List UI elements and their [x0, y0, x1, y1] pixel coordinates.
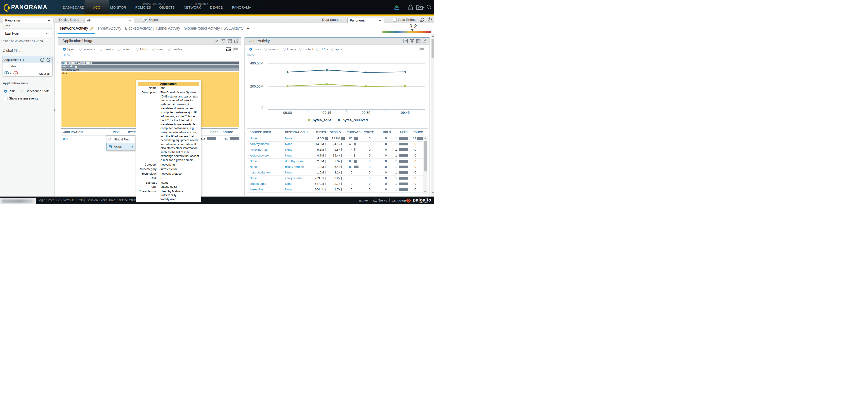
svg-text:09:00: 09:00 — [283, 111, 292, 114]
svg-text:200.00M: 200.00M — [250, 84, 264, 88]
svg-text:bytes_sent: bytes_sent — [313, 118, 331, 122]
svg-text:09:15: 09:15 — [322, 111, 331, 114]
svg-text:09:30: 09:30 — [362, 111, 370, 114]
svg-text:09:45: 09:45 — [401, 111, 410, 114]
svg-text:bytes_received: bytes_received — [342, 118, 368, 122]
svg-text:0: 0 — [261, 106, 264, 110]
svg-text:400.00M: 400.00M — [250, 61, 264, 65]
